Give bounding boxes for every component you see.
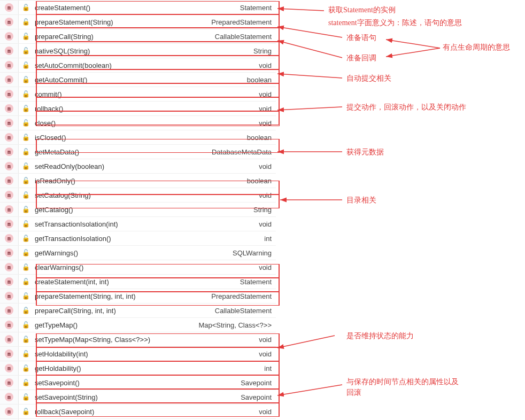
unlock-icon: 🔓 bbox=[19, 350, 33, 357]
svg-line-6 bbox=[277, 107, 342, 110]
unlock-icon: 🔓 bbox=[19, 235, 33, 242]
unlock-icon: 🔓 bbox=[19, 220, 33, 228]
method-row[interactable]: m🔓getWarnings()SQLWarning bbox=[0, 245, 276, 260]
method-icon: m bbox=[5, 46, 13, 55]
gutter: m bbox=[0, 405, 19, 418]
method-icon: m bbox=[5, 364, 13, 372]
unlock-icon: 🔓 bbox=[19, 408, 33, 415]
svg-line-4 bbox=[386, 48, 440, 57]
method-row[interactable]: m🔓setReadOnly(boolean)void bbox=[0, 159, 276, 173]
unlock-icon: 🔓 bbox=[19, 119, 33, 127]
method-row[interactable]: m🔓setAutoCommit(boolean)void bbox=[0, 58, 276, 72]
method-row[interactable]: m🔓prepareStatement(String)PreparedStatem… bbox=[0, 14, 276, 29]
unlock-icon: 🔓 bbox=[19, 336, 33, 343]
svg-line-3 bbox=[386, 40, 440, 48]
unlock-icon: 🔓 bbox=[19, 206, 33, 213]
method-signature: getHoldability() bbox=[33, 364, 264, 372]
method-icon: m bbox=[5, 18, 13, 26]
unlock-icon: 🔓 bbox=[19, 393, 33, 401]
method-signature: getAutoCommit() bbox=[33, 76, 247, 84]
method-signature: close() bbox=[33, 119, 259, 127]
method-row[interactable]: m🔓createStatement(int, int)Statement bbox=[0, 274, 276, 289]
method-row[interactable]: m🔓clearWarnings()void bbox=[0, 260, 276, 274]
method-icon: m bbox=[5, 349, 13, 358]
unlock-icon: 🔓 bbox=[19, 105, 33, 112]
return-type: Statement bbox=[240, 4, 276, 12]
method-row[interactable]: m🔓rollback()void bbox=[0, 101, 276, 115]
return-type: void bbox=[259, 336, 276, 344]
method-signature: isReadOnly() bbox=[33, 177, 247, 185]
annotation-text: 与保存的时间节点相关的属性以及 bbox=[346, 377, 459, 387]
return-type: CallableStatement bbox=[215, 33, 276, 41]
method-row[interactable]: m🔓getTypeMap()Map<String, Class<?>> bbox=[0, 317, 276, 332]
method-signature: getCatalog() bbox=[33, 206, 253, 214]
gutter: m bbox=[0, 130, 19, 144]
method-row[interactable]: m🔓commit()void bbox=[0, 87, 276, 101]
method-row[interactable]: m🔓getCatalog()String bbox=[0, 202, 276, 216]
method-signature: prepareCall(String) bbox=[33, 33, 215, 41]
method-row[interactable]: m🔓prepareCall(String)CallableStatement bbox=[0, 29, 276, 43]
method-row[interactable]: m🔓close()void bbox=[0, 115, 276, 130]
method-signature: prepareCall(String, int, int) bbox=[33, 307, 215, 315]
method-icon: m bbox=[5, 263, 13, 271]
return-type: Map<String, Class<?>> bbox=[198, 321, 276, 329]
unlock-icon: 🔓 bbox=[19, 249, 33, 256]
unlock-icon: 🔓 bbox=[19, 364, 33, 372]
method-row[interactable]: m🔓getAutoCommit()boolean bbox=[0, 72, 276, 87]
return-type: void bbox=[259, 105, 276, 113]
return-type: void bbox=[259, 61, 276, 69]
method-signature: setSavepoint() bbox=[33, 379, 241, 387]
method-signature: prepareStatement(String) bbox=[33, 18, 211, 26]
annotation-text: 是否维持状态的能力 bbox=[346, 331, 414, 341]
svg-line-2 bbox=[277, 41, 342, 58]
gutter: m bbox=[0, 116, 19, 130]
return-type: String bbox=[253, 206, 276, 214]
method-row[interactable]: m🔓getHoldability()int bbox=[0, 361, 276, 375]
gutter: m bbox=[0, 246, 19, 260]
method-icon: m bbox=[5, 393, 13, 401]
method-row[interactable]: m🔓isReadOnly()boolean bbox=[0, 173, 276, 188]
method-row[interactable]: m🔓prepareCall(String, int, int)CallableS… bbox=[0, 303, 276, 317]
method-row[interactable]: m🔓setCatalog(String)void bbox=[0, 188, 276, 202]
unlock-icon: 🔓 bbox=[19, 18, 33, 26]
gutter: m bbox=[0, 15, 19, 29]
method-signature: clearWarnings() bbox=[33, 263, 259, 271]
return-type: PreparedStatement bbox=[211, 292, 276, 300]
gutter: m bbox=[0, 87, 19, 101]
method-row[interactable]: m🔓nativeSQL(String)String bbox=[0, 43, 276, 58]
method-row[interactable]: m🔓prepareStatement(String, int, int)Prep… bbox=[0, 289, 276, 303]
method-icon: m bbox=[5, 205, 13, 214]
method-row[interactable]: m🔓setSavepoint(String)Savepoint bbox=[0, 390, 276, 404]
method-row[interactable]: m🔓getMetaData()DatabaseMetaData bbox=[0, 144, 276, 159]
return-type: Statement bbox=[240, 278, 276, 286]
method-row[interactable]: m🔓isClosed()boolean bbox=[0, 130, 276, 144]
unlock-icon: 🔓 bbox=[19, 263, 33, 271]
return-type: void bbox=[259, 408, 276, 416]
method-icon: m bbox=[5, 248, 13, 257]
method-row[interactable]: m🔓setHoldability(int)void bbox=[0, 346, 276, 361]
unlock-icon: 🔓 bbox=[19, 134, 33, 141]
method-row[interactable]: m🔓setTransactionIsolation(int)void bbox=[0, 216, 276, 231]
method-icon: m bbox=[5, 407, 13, 416]
method-signature: setReadOnly(boolean) bbox=[33, 162, 259, 170]
method-icon: m bbox=[5, 162, 13, 170]
method-signature: setCatalog(String) bbox=[33, 191, 259, 199]
gutter: m bbox=[0, 304, 19, 317]
method-icon: m bbox=[5, 321, 13, 329]
method-row[interactable]: m🔓setTypeMap(Map<String, Class<?>>)void bbox=[0, 332, 276, 346]
method-row[interactable]: m🔓getTransactionIsolation()int bbox=[0, 231, 276, 245]
method-icon: m bbox=[5, 191, 13, 199]
gutter: m bbox=[0, 275, 19, 289]
return-type: boolean bbox=[247, 177, 276, 185]
unlock-icon: 🔓 bbox=[19, 61, 33, 69]
method-row[interactable]: m🔓createStatement()Statement bbox=[0, 0, 276, 14]
method-row[interactable]: m🔓rollback(Savepoint)void bbox=[0, 404, 276, 418]
method-row[interactable]: m🔓setSavepoint()Savepoint bbox=[0, 375, 276, 390]
gutter: m bbox=[0, 29, 19, 43]
annotation-text: 准备回调 bbox=[346, 53, 376, 63]
method-icon: m bbox=[5, 90, 13, 98]
unlock-icon: 🔓 bbox=[19, 162, 33, 170]
method-signature: setSavepoint(String) bbox=[33, 393, 241, 401]
gutter: m bbox=[0, 58, 19, 72]
method-signature: getTransactionIsolation() bbox=[33, 235, 264, 243]
